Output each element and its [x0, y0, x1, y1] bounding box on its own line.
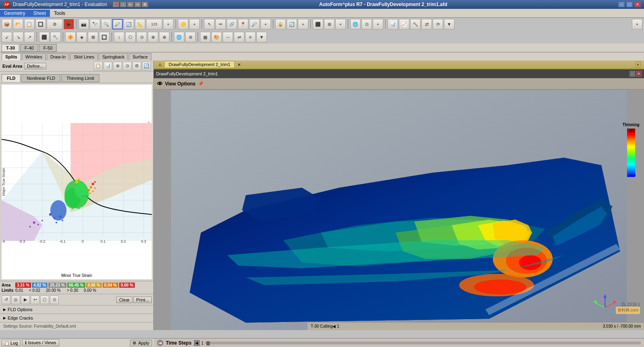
tb-win-expand[interactable]: + — [335, 19, 346, 29]
tb2-19[interactable]: ↔ — [223, 32, 233, 42]
tb2-15[interactable]: 🌐 — [174, 32, 184, 42]
tb-sync-2[interactable]: 🔄 — [287, 19, 297, 29]
toolbar-icon3[interactable]: ↪ — [134, 2, 141, 7]
tb-objects-1[interactable]: 📦 — [2, 19, 12, 29]
tb2-2[interactable]: ↘ — [13, 32, 23, 42]
issues-views-btn[interactable]: ℹ Issues / Views — [22, 339, 59, 346]
tb-view-expand[interactable]: + — [163, 19, 173, 29]
tb2-7[interactable]: ◈ — [76, 32, 87, 42]
toolbar-icon2[interactable]: ↩ — [127, 2, 134, 7]
viewport-tab[interactable]: DrawFullyDevelopment 2_trim1 — [164, 61, 235, 68]
log-btn[interactable]: 📋 Log — [2, 340, 21, 346]
tb-results-1[interactable]: 📊 — [388, 19, 398, 29]
tab-t30[interactable]: T-30 — [2, 44, 19, 52]
tb-anno-5[interactable]: 🔎 — [249, 19, 260, 29]
chart-tb-3[interactable]: ▶ — [21, 295, 30, 304]
tb2-1[interactable]: ↙ — [2, 32, 12, 42]
tb2-16[interactable]: ⊚ — [185, 32, 196, 42]
chart-tb-4[interactable]: ↩ — [31, 295, 39, 304]
subtab-drawin[interactable]: Draw-In — [47, 53, 70, 61]
tb-results-2[interactable]: 📈 — [399, 19, 409, 29]
tb-results-5[interactable]: ⟳ — [433, 19, 443, 29]
chart-tb-1[interactable]: ↺ — [2, 295, 10, 304]
tb-objects-6[interactable]: ▶ — [64, 19, 74, 29]
tb-objects-2[interactable]: 📂 — [13, 19, 23, 29]
chart-tb-2[interactable]: ◎ — [11, 295, 20, 304]
edge-cracks-section[interactable]: ▶ Edge Cracks — [0, 314, 153, 322]
tb2-9[interactable]: 🔲 — [99, 32, 109, 42]
tb-sync-expand[interactable]: + — [298, 19, 308, 29]
tb-view-1[interactable]: 📷 — [78, 19, 89, 29]
viewport-tab-close[interactable]: ✕ — [236, 62, 242, 67]
viewport-add-btn[interactable]: + — [635, 62, 641, 67]
menu-tools[interactable]: Tools — [50, 10, 69, 17]
eval-icon2[interactable]: 📊 — [103, 62, 112, 71]
tb-win-1[interactable]: ⬛ — [313, 19, 323, 29]
tb2-13[interactable]: ⊕ — [148, 32, 158, 42]
tb-dyna-expand[interactable]: + — [189, 19, 200, 29]
tb-dyna-1[interactable]: 🟡 — [178, 19, 188, 29]
maximize-btn[interactable]: □ — [626, 2, 633, 7]
tb2-22[interactable]: ▼ — [256, 32, 267, 42]
fld-tab-thinning[interactable]: Thinning Limit — [61, 74, 99, 82]
tb-anno-expand[interactable]: + — [260, 19, 271, 29]
tab-f40[interactable]: F-40 — [20, 44, 38, 52]
step-slider-thumb[interactable] — [206, 341, 210, 345]
eval-icon4[interactable]: ⊙ — [123, 62, 132, 71]
viewport-close-btn[interactable]: ✕ — [636, 71, 642, 77]
tab-f50[interactable]: F-50 — [39, 44, 57, 52]
subtab-springback[interactable]: Springback — [99, 53, 128, 61]
chart-tb-5[interactable]: ⬡ — [40, 295, 49, 304]
fld-options-header[interactable]: ▶ FLD Options — [3, 307, 150, 312]
minimize-btn[interactable]: − — [618, 2, 625, 7]
tb-view-2[interactable]: 🔭 — [90, 19, 100, 29]
print-btn[interactable]: Print... — [133, 297, 152, 303]
tb2-20[interactable]: ⇌ — [234, 32, 244, 42]
tb-results-6[interactable]: ▼ — [444, 19, 454, 29]
tb2-3[interactable]: ↗ — [24, 32, 35, 42]
eval-icon5[interactable]: ⚙ — [132, 62, 141, 71]
tb2-5[interactable]: 🔧 — [50, 32, 61, 42]
tb-view-4[interactable]: 🔎 — [112, 19, 123, 29]
toolbar-icon1[interactable]: ↑ — [120, 2, 126, 7]
step-back-btn[interactable]: ◀ — [194, 340, 200, 346]
tb2-6[interactable]: 🔶 — [65, 32, 76, 42]
tb2-8[interactable]: ⊠ — [88, 32, 98, 42]
tb-results-expand[interactable]: + — [632, 19, 642, 29]
tb-style-2[interactable]: ⊙ — [361, 19, 372, 29]
eval-icon3[interactable]: ⊕ — [113, 62, 122, 71]
apply-btn[interactable]: Apply — [130, 340, 152, 346]
fld-tab-nonlinear[interactable]: Nonlinear FLD — [21, 74, 60, 82]
tb-objects-5[interactable]: ⚙ — [47, 19, 63, 29]
tb2-10[interactable]: ↕ — [114, 32, 124, 42]
define-btn[interactable]: Define... — [24, 63, 46, 69]
tb-anno-1[interactable]: ↖ — [204, 19, 215, 29]
timestep-icon[interactable]: ⏮ — [157, 340, 163, 346]
subtab-surface[interactable]: Surface — [129, 53, 151, 61]
tb-view-num[interactable]: 123 — [146, 19, 162, 29]
tb2-14[interactable]: ⊗ — [159, 32, 169, 42]
tb-anno-2[interactable]: ✏ — [215, 19, 226, 29]
tb-anno-4[interactable]: 📍 — [238, 19, 248, 29]
chart-tb-6[interactable]: ⊙ — [50, 295, 59, 304]
tb2-21[interactable]: ≡ — [245, 32, 256, 42]
tb-view-6[interactable]: 📐 — [135, 19, 145, 29]
tb-objects-3[interactable]: 📋 — [24, 19, 35, 29]
tb-results-4[interactable]: ⇄ — [421, 19, 432, 29]
tb-style-1[interactable]: 🌐 — [350, 19, 361, 29]
tb-anno-3[interactable]: 🔗 — [227, 19, 237, 29]
menu-geometry[interactable]: Geometry — [0, 10, 29, 17]
tb2-4[interactable]: ⬛ — [39, 32, 50, 42]
tb-objects-4[interactable]: 🔲 — [35, 19, 46, 29]
tb-view-5[interactable]: 🔄 — [124, 19, 134, 29]
subtab-skidlines[interactable]: Skid Lines — [70, 53, 98, 61]
viewport-maximize-btn[interactable]: □ — [630, 71, 635, 77]
subtab-wrinkles[interactable]: Wrinkles — [22, 53, 46, 61]
tb-results-3[interactable]: 🔨 — [410, 19, 421, 29]
toolbar-icon4[interactable]: ⚙ — [142, 2, 148, 7]
clear-btn[interactable]: Clear — [116, 297, 132, 303]
step-slider[interactable] — [205, 342, 641, 344]
tb-style-expand[interactable]: + — [373, 19, 383, 29]
tb2-11[interactable]: ⬡ — [125, 32, 136, 42]
tb2-12[interactable]: ⊙ — [136, 32, 147, 42]
